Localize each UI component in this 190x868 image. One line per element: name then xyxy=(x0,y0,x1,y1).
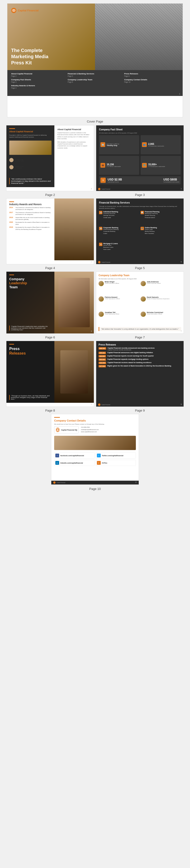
page3-stat0-icon: 🏢 xyxy=(100,142,105,147)
page9-content: Press Releases MAR 2021 Capital Financia… xyxy=(96,341,184,403)
page3-stat-3: 🌐 33,000+ # of employees nationwide xyxy=(140,156,181,175)
page2-quote: "We continuously embrace the latest tech… xyxy=(9,178,52,184)
toc-item-4: Company Leadership Team Page 6 xyxy=(68,79,122,83)
page6-content: Company Leadership Team "Capital Financi… xyxy=(6,272,94,334)
page4-award-2: 2019 Award After this as the most truste… xyxy=(9,217,52,221)
cover-page: Capital Financial The Complete Marketing… xyxy=(7,3,183,117)
page5-title: Financial Banking Services xyxy=(99,202,181,204)
page10-logo-name: Capital Financial HQ xyxy=(61,429,77,431)
page9-release4-info: Capital Financial receives award for ban… xyxy=(107,362,152,363)
page2-founder2-avatar xyxy=(9,165,13,169)
label-page2: Page 2 xyxy=(6,193,94,197)
page4-timeline: 2014 The Americas or Business Excellence… xyxy=(9,207,52,257)
page8-left: Press Releases "Through our business lin… xyxy=(6,341,54,403)
page7-info-0: Brian Singer Chief Executive Officer xyxy=(105,281,119,284)
page7-person-4: Jonathan Tait Chief Marketing Officer xyxy=(99,312,139,326)
page5-service0-icon: 🏦 xyxy=(99,211,102,214)
page3-stat3-info: 33,000+ # of employees nationwide xyxy=(148,163,165,167)
page3-stat0-info: Founded in 1962 by Timothy Gray xyxy=(107,143,119,146)
page3-stats-grid: 🏢 Founded in 1962 by Timothy Gray 👥 2,06… xyxy=(99,135,181,175)
label-page4: Page 4 xyxy=(6,266,94,270)
page10-social-hashtag[interactable]: # #CFInc xyxy=(96,460,136,466)
cover-label: Cover Page xyxy=(0,118,190,124)
page7-person-2: Patricia Howard Chief Operations Officer xyxy=(99,297,139,310)
page3-subtitle: All information and data is as of first … xyxy=(99,132,181,134)
page9-release1-info: Capital Financial announces new digital … xyxy=(107,352,153,353)
page7-team-grid: Brian Singer Chief Executive Officer Jul… xyxy=(99,281,181,326)
page5-service3-info: Online Banking Online LoginMobile Bankin… xyxy=(145,227,157,235)
page4-num: 4 xyxy=(91,261,92,262)
toc-item-0: About Capital Financial Page 2 xyxy=(11,72,66,78)
page5-service1-info: Financial Planning Retirement PlanningWe… xyxy=(145,211,160,218)
page10-thumb: Company Contact Details We would love to… xyxy=(51,414,139,485)
page10-contact-row: Capital Financial HQ 214-969-2501 media@… xyxy=(54,426,136,433)
page3-stat2-icon: 💼 xyxy=(100,163,105,168)
page6-accent-bar xyxy=(9,275,14,275)
page10-footer-text: Capital Financial xyxy=(57,482,65,483)
page10-social-linkedin[interactable]: in linkedin.com/capitalfinancial xyxy=(54,460,95,466)
page3-footer: Capital Financial xyxy=(96,187,184,191)
cover-page-num: 1 xyxy=(7,92,183,96)
page10-twitter-icon: t xyxy=(97,454,101,457)
page5-footer: Capital Financial xyxy=(96,260,184,264)
page8-quote: "Through our business lines, we help ind… xyxy=(9,395,52,400)
page3-title: Company Fact Sheet xyxy=(99,128,181,131)
page8-num: 8 xyxy=(91,403,92,405)
page5-service3-icon: 💻 xyxy=(140,227,144,230)
page9-release-5: OCT 2019 Rights given for the award of B… xyxy=(99,365,181,367)
page9-release3-info: Capital Financial expands mortgage lendi… xyxy=(107,359,149,360)
page7-thumb: Company Leadership Team All information … xyxy=(96,272,184,334)
page9-release2-info: Capital Financial reports record earning… xyxy=(107,355,154,357)
page7-avatar-2 xyxy=(99,297,104,302)
page2-thumb: About Capital Financial Founded in 1962 … xyxy=(6,125,94,191)
page2-right-title: About Capital Financial xyxy=(57,128,91,131)
page10-num: 10 xyxy=(135,482,137,483)
page9-date-4: AUG 2019 xyxy=(99,362,106,364)
page9-releases-list: MAR 2021 Capital Financial recently anno… xyxy=(99,347,181,400)
page10-content: Company Contact Details We would love to… xyxy=(51,414,139,480)
page4-content: Industry Awards and Honors 2014 The Amer… xyxy=(6,198,94,260)
page9-release0-info: Capital Financial recently announced new… xyxy=(107,347,155,351)
label-row-67: Page 6 Page 7 xyxy=(0,335,190,340)
page10-footer-icon xyxy=(53,482,56,484)
toc-item-2: Press Releases Page 8 xyxy=(124,72,179,78)
page6-title-area: Company Leadership Team xyxy=(9,275,52,289)
label-row-89: Page 8 Page 9 xyxy=(0,408,190,413)
page4-award-4: 2016 Nominated for the award of Best Ban… xyxy=(9,226,52,230)
page7-info-2: Patricia Howard Chief Operations Officer xyxy=(105,297,120,300)
page2-num: 2 xyxy=(91,188,92,189)
label-page6: Page 6 xyxy=(6,335,94,339)
toc-item-3: Company Fact Sheets Page 3 xyxy=(11,79,66,83)
page10-hashtag-icon: # xyxy=(97,461,101,465)
page7-person-0: Brian Singer Chief Executive Officer xyxy=(99,281,139,295)
page3-stat-4: $ USD $2.9B Operating income USD $80B Co… xyxy=(99,176,181,184)
page10-social-twitter[interactable]: t Twitter.com/capitalfinancial xyxy=(96,453,136,459)
label-page7: Page 7 xyxy=(96,335,184,339)
page2-founder2: William London Co-Founder xyxy=(9,165,52,169)
page7-person-3: David Samuels Head of Global Business Ex… xyxy=(140,297,181,310)
page10-twitter-info: Twitter.com/capitalfinancial xyxy=(102,455,124,457)
page6-thumb: Company Leadership Team "Capital Financi… xyxy=(6,272,94,334)
page9-release5-info: Rights given for the award of Bank Innov… xyxy=(107,365,171,367)
page10-accent-bar xyxy=(54,417,60,418)
page10-linkedin-icon: in xyxy=(55,461,59,465)
page5-service-1: 📊 Financial Planning Retirement Planning… xyxy=(140,211,181,226)
page8-content: Press Releases "Through our business lin… xyxy=(6,341,94,403)
page8-title: Press Releases xyxy=(9,346,52,355)
label-row-45: Page 4 Page 5 xyxy=(0,265,190,271)
label-page5: Page 5 xyxy=(96,266,184,270)
page5-service-2: 🏢 Corporate Banking Small Business Banki… xyxy=(99,227,139,242)
page2-right: About Capital Financial Capital Financia… xyxy=(54,125,94,187)
page10-social-grid: f facebook.com/capitalfinancial t Twitte… xyxy=(54,453,136,466)
logo-area: Capital Financial xyxy=(11,8,91,13)
page7-avatar-3 xyxy=(140,297,146,302)
page3-stat-0: 🏢 Founded in 1962 by Timothy Gray xyxy=(99,135,139,154)
page10-social-facebook[interactable]: f facebook.com/capitalfinancial xyxy=(54,453,95,459)
page9-date-2: JAN 2020 xyxy=(99,355,106,358)
page3-num: 3 xyxy=(181,188,182,189)
page5-service0-info: Individual Banking Checking accountsSavi… xyxy=(103,211,118,218)
page2-left: About Capital Financial Founded in 1962 … xyxy=(6,125,54,187)
toc-item-5: Company Contact Details Page 10 xyxy=(124,79,179,83)
page9-release-2: JAN 2020 Capital Financial reports recor… xyxy=(99,355,181,358)
page8-thumb: Press Releases "Through our business lin… xyxy=(6,341,94,407)
